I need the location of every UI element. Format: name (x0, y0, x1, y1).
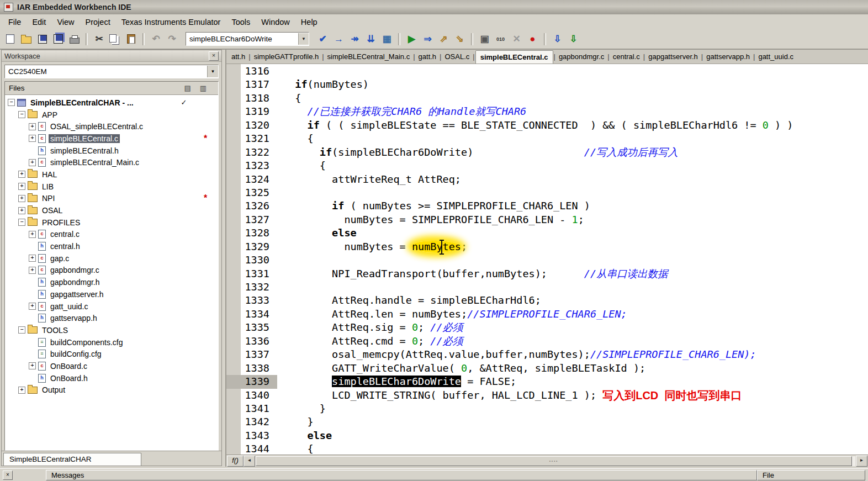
code-line-1330[interactable]: 1330 (226, 253, 868, 267)
collapse-icon[interactable]: − (18, 219, 25, 226)
code-line-text[interactable]: attWriteReq_t AttReq; (277, 173, 868, 186)
code-line-1334[interactable]: 1334 AttReq.len = numBytes;//SIMPLEPROFI… (226, 308, 868, 321)
code-line-text[interactable]: } (277, 402, 868, 415)
expand-icon[interactable]: + (29, 159, 36, 166)
code-line-text[interactable]: else (277, 226, 868, 240)
menu-item-help[interactable]: Help (295, 15, 323, 29)
debug-without-downloading-button[interactable]: ⇩ (566, 32, 581, 46)
code-line-1320[interactable]: 1320 if ( ( simpleBLEState == BLE_STATE_… (226, 119, 868, 132)
file-column-header[interactable]: File (757, 470, 865, 480)
code-line-text[interactable]: } (277, 415, 868, 429)
editor-tab-att-h[interactable]: att.h (229, 50, 248, 63)
expand-icon[interactable]: + (18, 171, 25, 178)
code-line-1337[interactable]: 1337 osal_memcpy(AttReq.value,buffer,num… (226, 348, 868, 361)
expand-icon[interactable]: + (29, 303, 36, 310)
workspace-close-button[interactable]: × (209, 51, 219, 61)
code-line-text[interactable]: if(numBytes) (277, 78, 868, 91)
code-line-1338[interactable]: 1338 GATT_WriteCharValue( 0, &AttReq, si… (226, 362, 868, 375)
editor-tab-gatt-h[interactable]: gatt.h (416, 50, 440, 63)
function-list-button[interactable]: f() (227, 456, 244, 467)
find-button[interactable]: ✔ (315, 32, 330, 46)
code-line-text[interactable]: GATT_WriteCharValue( 0, &AttReq, simpleB… (277, 362, 868, 375)
editor-tab-gapbondmgr-c[interactable]: gapbondmgr.c (556, 50, 607, 63)
code-line-1323[interactable]: 1323 { (226, 159, 868, 172)
stop-build-button[interactable]: ✕ (509, 32, 524, 46)
collapse-icon[interactable]: − (18, 111, 25, 118)
cut-button[interactable]: ✂ (92, 32, 107, 46)
menu-item-file[interactable]: File (3, 15, 27, 29)
code-line-text[interactable]: else (277, 429, 868, 442)
scroll-left-button[interactable]: ◄ (244, 456, 255, 467)
code-line-1335[interactable]: 1335 AttReq.sig = 0; //必须 (226, 321, 868, 334)
expand-icon[interactable]: + (29, 135, 36, 142)
tree-item-lib[interactable]: +LIB (5, 181, 218, 193)
menu-item-edit[interactable]: Edit (27, 15, 51, 29)
menu-item-window[interactable]: Window (256, 15, 295, 29)
code-line-text[interactable]: if ( numBytes >= SIMPLEPROFILE_CHAR6_LEN… (277, 199, 868, 213)
workspace-tab-simpleblecentralchar[interactable]: SimpleBLECentralCHAR (3, 453, 141, 466)
tree-item-profiles[interactable]: −PROFILES (5, 216, 218, 229)
code-line-1324[interactable]: 1324 attWriteReq_t AttReq; (226, 173, 868, 186)
editor-tab-simpleblecentral-c[interactable]: simpleBLECentral.c (475, 50, 553, 64)
tree-item-npi[interactable]: +NPI* (5, 193, 218, 205)
expand-icon[interactable]: + (18, 183, 25, 190)
code-line-text[interactable]: numBytes = SIMPLEPROFILE_CHAR6_LEN - 1; (277, 213, 868, 226)
messages-column-header[interactable]: Messages (46, 470, 757, 480)
code-line-1343[interactable]: 1343 else (226, 429, 868, 442)
undo-button[interactable]: ↶ (149, 32, 163, 46)
scroll-right-button[interactable]: ► (856, 456, 867, 467)
tree-item-gattservapp-h[interactable]: hgattservapp.h (5, 312, 218, 324)
collapse-icon[interactable]: − (8, 99, 15, 106)
code-line-1339[interactable]: 1339 simpleBLEChar6DoWrite = FALSE; (226, 375, 868, 388)
tree-item-buildcomponents-cfg[interactable]: ≡buildComponents.cfg (5, 336, 218, 348)
code-line-1317[interactable]: 1317 if(numBytes) (226, 78, 868, 91)
open-file-button[interactable] (19, 32, 34, 46)
tree-item-tools[interactable]: −TOOLS (5, 324, 218, 336)
code-line-text[interactable]: if ( ( simpleBLEState == BLE_STATE_CONNE… (277, 119, 868, 132)
tree-item-simpleblecentral-c[interactable]: +csimpleBLECentral.c* (5, 133, 218, 145)
tree-item-onboard-c[interactable]: +cOnBoard.c (5, 360, 218, 372)
tree-item-output[interactable]: +Output (5, 384, 218, 397)
tree-item-osal[interactable]: +OSAL (5, 204, 218, 216)
tree-item-simpleblecentral-main-c[interactable]: +csimpleBLECentral_Main.c (5, 156, 218, 168)
code-line-1329[interactable]: 1329 numBytes = numBytes; (226, 240, 868, 253)
code-line-text[interactable]: AttReq.cmd = 0; //必须 (277, 335, 868, 348)
code-line-1327[interactable]: 1327 numBytes = SIMPLEPROFILE_CHAR6_LEN … (226, 213, 868, 226)
messages-close-button[interactable]: × (3, 471, 13, 480)
tree-item-gapgattserver-h[interactable]: hgapgattserver.h (5, 288, 218, 300)
code-line-1328[interactable]: 1328 else (226, 226, 868, 240)
paste-button[interactable] (124, 32, 139, 46)
code-line-text[interactable]: AttReq.handle = simpleBLECharHdl6; (277, 294, 868, 307)
expand-icon[interactable]: + (29, 123, 36, 130)
code-line-1316[interactable]: 1316 (226, 65, 868, 78)
code-line-text[interactable]: { (277, 159, 868, 172)
scrollbar-thumb[interactable]: ▪▪▪▪ (256, 456, 852, 466)
chevron-down-icon[interactable]: ▼ (298, 33, 309, 45)
code-line-text[interactable]: { (277, 442, 868, 454)
code-line-1342[interactable]: 1342 } (226, 415, 868, 429)
tree-item-central-h[interactable]: hcentral.h (5, 240, 218, 252)
editor-tab-simplegattprofile-h[interactable]: simpleGATTprofile.h (251, 50, 322, 63)
open-source-button[interactable]: ⇘ (452, 32, 467, 46)
open-header-button[interactable]: ⇗ (436, 32, 451, 46)
save-all-button[interactable] (51, 32, 66, 46)
tree-item-buildconfig-cfg[interactable]: ≡buildConfig.cfg (5, 348, 218, 360)
menu-item-texas-instruments-emulator[interactable]: Texas Instruments Emulator (116, 15, 226, 29)
tree-item-hal[interactable]: +HAL (5, 168, 218, 181)
code-line-text[interactable]: if(simpleBLEChar6DoWrite) //写入成功后再写入 (277, 146, 868, 159)
code-line-text[interactable]: NPI_ReadTransport(buffer,numBytes); //从串… (277, 267, 868, 281)
code-line-text[interactable]: osal_memcpy(AttReq.value,buffer,numBytes… (277, 348, 868, 361)
code-line-text[interactable]: AttReq.len = numBytes;//SIMPLEPROFILE_CH… (277, 308, 868, 321)
code-line-1341[interactable]: 1341 } (226, 402, 868, 415)
editor-tab-gatt-uuid-c[interactable]: gatt_uuid.c (755, 50, 796, 63)
tree-item-app[interactable]: −APP (5, 109, 218, 121)
menu-item-view[interactable]: View (51, 15, 80, 29)
build-column-icon[interactable]: ▥ (200, 84, 207, 92)
code-line-text[interactable] (277, 186, 868, 199)
binary-view-button[interactable]: 010 (493, 32, 508, 46)
code-line-1319[interactable]: 1319 //已连接并获取完CHAR6 的Handle就写CHAR6 (226, 105, 868, 118)
print-button[interactable] (67, 32, 82, 46)
editor-tab-central-c[interactable]: central.c (610, 50, 643, 63)
code-line-text[interactable]: AttReq.sig = 0; //必须 (277, 321, 868, 334)
code-line-1325[interactable]: 1325 (226, 186, 868, 199)
